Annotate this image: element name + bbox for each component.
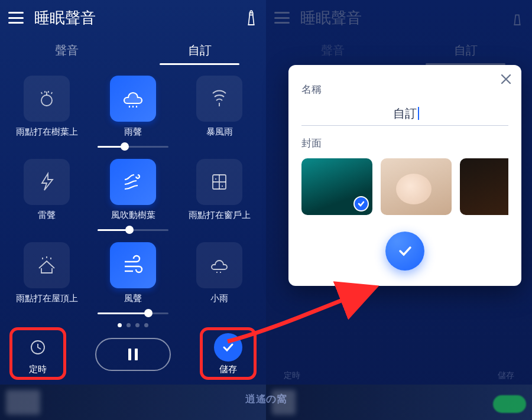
cover-option[interactable]	[381, 158, 452, 215]
lighthouse-icon[interactable]	[245, 9, 258, 26]
svg-point-0	[250, 11, 252, 13]
bottom-ad-blur	[266, 385, 532, 420]
sound-label: 風吹動樹葉	[111, 210, 155, 221]
sound-wind-leaf[interactable]: 風吹動樹葉	[90, 155, 176, 236]
sound-label: 雨點打在屋頂上	[16, 293, 78, 304]
text-caret	[418, 107, 419, 120]
dot[interactable]	[135, 323, 140, 327]
svg-point-1	[41, 95, 52, 106]
menu-icon[interactable]	[8, 12, 24, 24]
pause-icon	[127, 347, 139, 362]
name-field-label: 名稱	[301, 83, 508, 96]
volume-slider[interactable]	[98, 224, 168, 235]
svg-rect-5	[135, 349, 138, 360]
lighthouse-icon	[511, 9, 524, 26]
tab-custom: 自訂	[399, 35, 532, 65]
tab-custom[interactable]: 自訂	[133, 35, 266, 65]
page-indicator	[0, 323, 266, 327]
sound-grid: 雨點打在樹葉上 雨聲 暴風雨 雷聲 風吹動樹葉 雨點打在窗戶上 雨點打在屋頂	[0, 65, 266, 320]
bottom-controls: 定時 儲存	[0, 333, 266, 382]
tab-sound: 聲音	[266, 35, 399, 65]
sound-label: 雷聲	[38, 210, 56, 221]
sound-wind[interactable]: 風聲	[90, 239, 176, 320]
sound-label: 雨聲	[124, 126, 142, 138]
dot[interactable]	[144, 323, 148, 327]
sound-drizzle[interactable]: 小雨	[176, 239, 262, 320]
dot[interactable]	[118, 323, 122, 327]
name-input[interactable]	[301, 105, 508, 126]
sound-label: 雨點打在窗戶上	[189, 210, 251, 221]
volume-slider[interactable]	[98, 308, 168, 318]
sound-label: 雨點打在樹葉上	[16, 126, 78, 138]
cover-option[interactable]	[301, 158, 372, 215]
save-label: 儲存	[219, 364, 237, 375]
save-dialog: 名稱 封面	[288, 65, 521, 286]
menu-icon	[274, 12, 290, 24]
sound-label: 風聲	[124, 293, 142, 304]
check-icon	[396, 242, 414, 260]
app-header: 睡眠聲音	[0, 0, 266, 35]
sound-roof-rain[interactable]: 雨點打在屋頂上	[4, 239, 90, 320]
selected-check-icon	[353, 196, 369, 211]
volume-slider[interactable]	[98, 141, 168, 152]
sound-label: 暴風雨	[206, 126, 233, 138]
sound-storm[interactable]: 暴風雨	[176, 72, 262, 153]
cover-field-label: 封面	[301, 136, 508, 150]
bottom-ad-blur	[0, 385, 266, 420]
sound-label: 小雨	[210, 293, 228, 304]
sound-rain-leaf[interactable]: 雨點打在樹葉上	[4, 72, 90, 153]
svg-rect-4	[128, 349, 131, 360]
sound-rain[interactable]: 雨聲	[90, 72, 176, 153]
sound-thunder[interactable]: 雷聲	[4, 155, 90, 236]
play-pause-button[interactable]	[95, 338, 171, 371]
dot[interactable]	[126, 323, 131, 327]
timer-button[interactable]: 定時	[17, 333, 59, 375]
confirm-button[interactable]	[385, 232, 424, 271]
phone-right: 睡眠聲音 聲音 自訂 名稱 封面 定時 儲存	[266, 0, 532, 420]
tab-sound[interactable]: 聲音	[0, 35, 133, 65]
tabs: 聲音 自訂	[0, 35, 266, 65]
sound-window-rain[interactable]: 雨點打在窗戶上	[176, 155, 262, 236]
page-title: 睡眠聲音	[300, 8, 500, 28]
save-button[interactable]: 儲存	[207, 333, 249, 375]
close-icon[interactable]	[498, 71, 514, 87]
timer-label: 定時	[29, 364, 47, 375]
phone-left: 睡眠聲音 聲音 自訂 雨點打在樹葉上 雨聲 暴風雨 雷聲 風吹動樹葉	[0, 0, 266, 420]
install-pill	[493, 395, 526, 413]
dim-controls: 定時 儲存	[266, 370, 532, 381]
cover-option[interactable]	[460, 158, 508, 215]
cover-list[interactable]	[301, 158, 508, 215]
page-title: 睡眠聲音	[34, 8, 234, 28]
